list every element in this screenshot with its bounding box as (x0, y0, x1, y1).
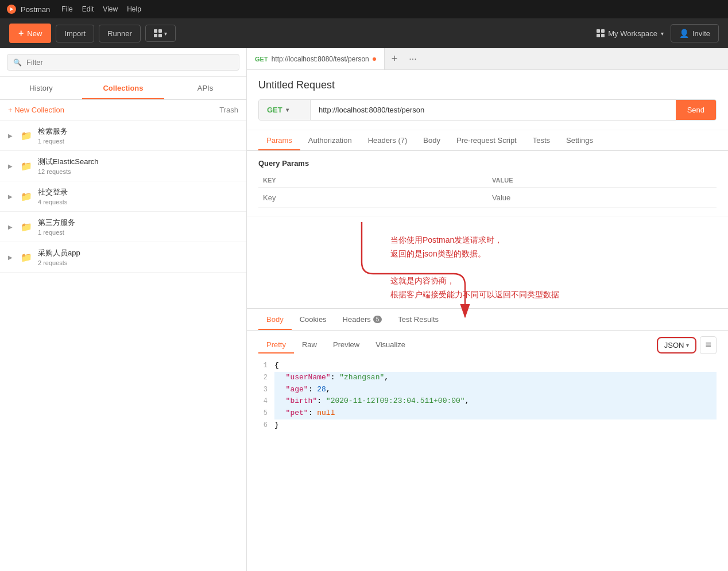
search-input[interactable] (26, 58, 233, 67)
code-line: 2 "userName": "zhangsan", (258, 372, 717, 384)
tab-settings[interactable]: Settings (558, 130, 601, 150)
line-number: 1 (258, 360, 274, 371)
add-tab-button[interactable]: + (385, 53, 405, 65)
line-number: 4 (258, 395, 274, 407)
resp-tab-headers[interactable]: Headers 5 (335, 309, 390, 330)
response-tabs: Body Cookies Headers 5 Test Results (247, 309, 728, 331)
toolbar: + New Import Runner ▾ My Workspace ▾ 👤 I… (0, 18, 728, 48)
collection-info: 社交登录 4 requests (38, 187, 68, 205)
list-item[interactable]: ▶ 📁 检索服务 1 request (0, 121, 246, 151)
method-badge: GET (255, 56, 268, 63)
more-tabs-button[interactable]: ··· (404, 54, 421, 64)
toolbar-right: My Workspace ▾ 👤 Invite (597, 24, 719, 42)
import-button[interactable]: Import (56, 25, 94, 42)
method-select[interactable]: GET ▾ (259, 100, 311, 120)
resp-tab-test-results[interactable]: Test Results (390, 309, 447, 330)
folder-icon: 📁 (21, 222, 32, 232)
trash-button[interactable]: Trash (219, 106, 238, 114)
main-layout: 🔍 History Collections APIs + New Collect… (0, 48, 728, 571)
svg-rect-4 (158, 34, 162, 37)
invite-button[interactable]: 👤 Invite (671, 24, 719, 42)
workspace-chevron: ▾ (661, 30, 664, 37)
code-line: 1 { (258, 360, 717, 372)
line-number: 3 (258, 384, 274, 395)
tab-tests[interactable]: Tests (525, 130, 558, 150)
fmt-raw[interactable]: Raw (294, 337, 325, 354)
json-format-selector[interactable]: JSON ▾ (658, 338, 696, 352)
resp-tab-cookies[interactable]: Cookies (292, 309, 335, 330)
resp-tab-body[interactable]: Body (258, 309, 292, 330)
menu-help[interactable]: Help (127, 5, 141, 13)
key-input[interactable] (263, 193, 483, 202)
collection-count: 12 requests (38, 168, 98, 175)
list-item[interactable]: ▶ 📁 测试ElasticSearch 12 requests (0, 151, 246, 181)
key-header: KEY (258, 173, 487, 188)
collection-name: 社交登录 (38, 187, 68, 197)
send-button[interactable]: Send (676, 100, 716, 120)
sidebar-search-area: 🔍 (0, 48, 246, 77)
fmt-visualize[interactable]: Visualize (367, 337, 413, 354)
chevron-right-icon: ▶ (8, 254, 15, 261)
tab-pre-request[interactable]: Pre-request Script (448, 130, 525, 150)
svg-rect-2 (158, 29, 162, 33)
tab-params[interactable]: Params (258, 130, 300, 150)
format-tabs: Pretty Raw Preview Visualize JSON ▾ ≡ (258, 336, 717, 354)
list-item[interactable]: ▶ 📁 社交登录 4 requests (0, 181, 246, 212)
collection-info: 采购人员app 2 requests (38, 248, 80, 266)
user-plus-icon: 👤 (679, 29, 689, 38)
collection-info: 检索服务 1 request (38, 126, 68, 145)
list-item[interactable]: ▶ 📁 第三方服务 1 request (0, 212, 246, 242)
tab-body[interactable]: Body (415, 130, 448, 150)
runner-button[interactable]: Runner (99, 25, 141, 42)
workspace-label: My Workspace (608, 29, 657, 38)
workspace-button[interactable]: My Workspace ▾ (597, 29, 664, 38)
query-params-title: Query Params (258, 159, 717, 168)
menu-edit[interactable]: Edit (82, 5, 94, 13)
json-chevron-icon: ▾ (686, 342, 689, 348)
menu-file[interactable]: File (61, 5, 72, 13)
request-tab-active[interactable]: GET http://localhost:8080/test/person (247, 48, 385, 69)
collection-name: 检索服务 (38, 126, 68, 137)
collection-count: 4 requests (38, 199, 68, 205)
code-line: 4 "birth": "2020-11-12T09:23:04.511+00:0… (258, 395, 717, 407)
search-wrap: 🔍 (7, 54, 239, 71)
tab-apis[interactable]: APIs (164, 77, 246, 99)
tab-collections[interactable]: Collections (82, 77, 164, 99)
method-label: GET (267, 106, 282, 114)
request-area: Untitled Request GET ▾ Send (247, 70, 728, 130)
chevron-down-icon: ▾ (286, 107, 289, 113)
chevron-right-icon: ▶ (8, 133, 15, 139)
new-collection-button[interactable]: + New Collection (8, 106, 64, 114)
tab-authorization[interactable]: Authorization (300, 130, 360, 150)
collection-name: 采购人员app (38, 248, 80, 258)
annotation-text: 当你使用Postman发送请求时， 返回的是json类型的数据。 这就是内容协商… (390, 234, 717, 302)
menu-bar: File Edit View Help (61, 5, 141, 13)
folder-icon: 📁 (21, 191, 32, 202)
builder-icon (154, 29, 162, 37)
menu-view[interactable]: View (103, 5, 118, 13)
url-input[interactable] (311, 100, 676, 120)
request-title: Untitled Request (258, 79, 717, 91)
wrap-button[interactable]: ≡ (700, 336, 717, 354)
code-content: "age": 28, (274, 384, 717, 396)
svg-rect-3 (154, 34, 157, 37)
new-button[interactable]: + New (9, 24, 51, 43)
builder-button[interactable]: ▾ (145, 25, 176, 42)
sidebar: 🔍 History Collections APIs + New Collect… (0, 48, 247, 571)
list-item[interactable]: ▶ 📁 采购人员app 2 requests (0, 242, 246, 273)
annotation-line4: 根据客户端接受能力不同可以返回不同类型数据 (390, 288, 717, 302)
fmt-preview[interactable]: Preview (325, 337, 367, 354)
line-number: 6 (258, 419, 274, 431)
svg-rect-1 (154, 29, 157, 33)
collection-count: 1 request (38, 138, 68, 145)
fmt-pretty[interactable]: Pretty (258, 337, 294, 354)
tab-headers[interactable]: Headers (7) (360, 130, 416, 150)
value-input[interactable] (492, 193, 712, 202)
tab-history[interactable]: History (0, 77, 82, 99)
code-content: "birth": "2020-11-12T09:23:04.511+00:00"… (274, 395, 717, 407)
code-content: "userName": "zhangsan", (274, 372, 717, 384)
json-label: JSON (664, 341, 684, 349)
invite-label: Invite (692, 29, 710, 38)
resp-headers-label: Headers (343, 315, 371, 324)
svg-rect-8 (601, 34, 605, 37)
